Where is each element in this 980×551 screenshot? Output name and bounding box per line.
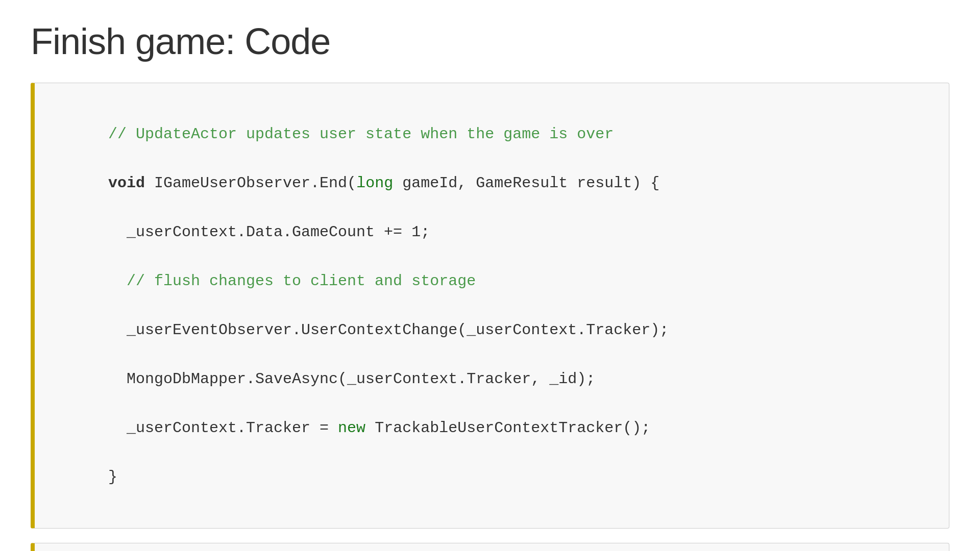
code-block-2: // when no one left in GameActor, kill a… (31, 543, 949, 551)
code-line-3: _userContext.Data.GameCount += 1; (108, 223, 430, 241)
comment-line-1: // UpdateActor updates user state when t… (108, 126, 614, 143)
code-line-6: _userContext.Tracker = new TrackableUser… (108, 419, 650, 437)
comment-line-2: // flush changes to client and storage (108, 272, 476, 290)
code-line-7: } (108, 468, 117, 486)
code-block-1: // UpdateActor updates user state when t… (31, 83, 949, 529)
code-line-2: void IGameUserObserver.End(long gameId, … (108, 174, 659, 192)
code-content-1: // UpdateActor updates user state when t… (53, 97, 930, 514)
code-line-4: _userEventObserver.UserContextChange(_us… (108, 321, 669, 339)
page-title: Finish game: Code (31, 20, 949, 62)
page-container: Finish game: Code // UpdateActor updates… (0, 0, 980, 551)
code-line-5: MongoDbMapper.SaveAsync(_userContext.Tra… (108, 370, 595, 388)
